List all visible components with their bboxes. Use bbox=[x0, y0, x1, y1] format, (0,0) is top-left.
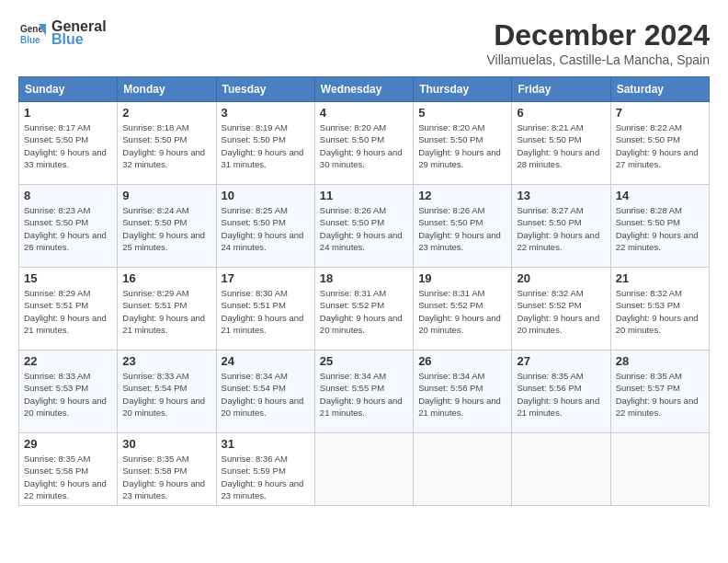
day-number: 3 bbox=[222, 106, 310, 120]
day-info: Sunrise: 8:36 AMSunset: 5:59 PMDaylight:… bbox=[222, 453, 310, 501]
calendar-cell: 2Sunrise: 8:18 AMSunset: 5:50 PMDaylight… bbox=[118, 102, 216, 185]
calendar-cell: 19Sunrise: 8:31 AMSunset: 5:52 PMDayligh… bbox=[414, 268, 512, 350]
day-info: Sunrise: 8:28 AMSunset: 5:50 PMDaylight:… bbox=[616, 204, 704, 253]
day-info: Sunrise: 8:27 AMSunset: 5:50 PMDaylight:… bbox=[517, 204, 605, 253]
day-info: Sunrise: 8:32 AMSunset: 5:52 PMDaylight:… bbox=[517, 287, 605, 336]
svg-text:Blue: Blue bbox=[20, 35, 40, 45]
weekday-header-row: SundayMondayTuesdayWednesdayThursdayFrid… bbox=[19, 77, 710, 102]
logo-icon: General Blue bbox=[18, 19, 46, 47]
calendar-week-row: 22Sunrise: 8:33 AMSunset: 5:53 PMDayligh… bbox=[19, 350, 710, 433]
calendar-week-row: 29Sunrise: 8:35 AMSunset: 5:58 PMDayligh… bbox=[19, 433, 710, 506]
calendar-cell: 12Sunrise: 8:26 AMSunset: 5:50 PMDayligh… bbox=[414, 185, 512, 268]
logo: General Blue General Blue bbox=[18, 18, 107, 48]
day-number: 7 bbox=[616, 106, 704, 120]
calendar-cell: 4Sunrise: 8:20 AMSunset: 5:50 PMDaylight… bbox=[314, 102, 413, 185]
day-info: Sunrise: 8:21 AMSunset: 5:50 PMDaylight:… bbox=[517, 121, 605, 170]
calendar-cell: 1Sunrise: 8:17 AMSunset: 5:50 PMDaylight… bbox=[19, 102, 118, 185]
day-number: 8 bbox=[24, 189, 112, 202]
calendar-week-row: 1Sunrise: 8:17 AMSunset: 5:50 PMDaylight… bbox=[19, 102, 710, 185]
day-info: Sunrise: 8:34 AMSunset: 5:54 PMDaylight:… bbox=[222, 370, 310, 419]
logo-line2: Blue bbox=[51, 31, 107, 48]
calendar-cell bbox=[314, 433, 413, 506]
day-number: 26 bbox=[418, 354, 506, 368]
day-number: 5 bbox=[418, 106, 506, 120]
day-number: 30 bbox=[122, 437, 210, 451]
calendar-cell: 23Sunrise: 8:33 AMSunset: 5:54 PMDayligh… bbox=[118, 350, 216, 433]
calendar-cell: 31Sunrise: 8:36 AMSunset: 5:59 PMDayligh… bbox=[216, 433, 314, 506]
day-number: 14 bbox=[616, 189, 704, 202]
day-info: Sunrise: 8:32 AMSunset: 5:53 PMDaylight:… bbox=[616, 287, 704, 336]
day-info: Sunrise: 8:35 AMSunset: 5:58 PMDaylight:… bbox=[24, 453, 112, 501]
day-info: Sunrise: 8:34 AMSunset: 5:55 PMDaylight:… bbox=[320, 370, 408, 419]
weekday-header-monday: Monday bbox=[118, 77, 216, 102]
day-number: 1 bbox=[24, 106, 112, 120]
day-info: Sunrise: 8:29 AMSunset: 5:51 PMDaylight:… bbox=[24, 287, 112, 336]
location: Villamuelas, Castille-La Mancha, Spain bbox=[486, 52, 710, 67]
calendar-cell: 21Sunrise: 8:32 AMSunset: 5:53 PMDayligh… bbox=[610, 268, 709, 350]
day-number: 18 bbox=[320, 271, 408, 285]
calendar-cell: 24Sunrise: 8:34 AMSunset: 5:54 PMDayligh… bbox=[216, 350, 314, 433]
day-number: 29 bbox=[24, 437, 112, 451]
calendar-table: SundayMondayTuesdayWednesdayThursdayFrid… bbox=[18, 76, 710, 506]
calendar-cell: 16Sunrise: 8:29 AMSunset: 5:51 PMDayligh… bbox=[118, 268, 216, 350]
day-info: Sunrise: 8:33 AMSunset: 5:53 PMDaylight:… bbox=[24, 370, 112, 419]
calendar-cell: 8Sunrise: 8:23 AMSunset: 5:50 PMDaylight… bbox=[19, 185, 118, 268]
calendar-week-row: 8Sunrise: 8:23 AMSunset: 5:50 PMDaylight… bbox=[19, 185, 710, 268]
calendar-cell bbox=[414, 433, 512, 506]
day-number: 17 bbox=[222, 271, 310, 285]
day-number: 11 bbox=[320, 189, 408, 202]
day-number: 22 bbox=[24, 354, 112, 368]
calendar-cell: 25Sunrise: 8:34 AMSunset: 5:55 PMDayligh… bbox=[314, 350, 413, 433]
weekday-header-friday: Friday bbox=[512, 77, 610, 102]
day-number: 24 bbox=[222, 354, 310, 368]
day-info: Sunrise: 8:29 AMSunset: 5:51 PMDaylight:… bbox=[122, 287, 210, 336]
day-number: 2 bbox=[122, 106, 210, 120]
day-info: Sunrise: 8:35 AMSunset: 5:58 PMDaylight:… bbox=[122, 453, 210, 501]
calendar-week-row: 15Sunrise: 8:29 AMSunset: 5:51 PMDayligh… bbox=[19, 268, 710, 350]
calendar-cell bbox=[610, 433, 709, 506]
calendar-cell: 7Sunrise: 8:22 AMSunset: 5:50 PMDaylight… bbox=[610, 102, 709, 185]
day-number: 12 bbox=[418, 189, 506, 202]
day-info: Sunrise: 8:35 AMSunset: 5:56 PMDaylight:… bbox=[517, 370, 605, 419]
day-number: 10 bbox=[222, 189, 310, 202]
day-info: Sunrise: 8:26 AMSunset: 5:50 PMDaylight:… bbox=[418, 204, 506, 253]
calendar-cell: 10Sunrise: 8:25 AMSunset: 5:50 PMDayligh… bbox=[216, 185, 314, 268]
day-number: 4 bbox=[320, 106, 408, 120]
weekday-header-wednesday: Wednesday bbox=[314, 77, 413, 102]
day-info: Sunrise: 8:18 AMSunset: 5:50 PMDaylight:… bbox=[122, 121, 210, 170]
day-number: 23 bbox=[122, 354, 210, 368]
day-info: Sunrise: 8:30 AMSunset: 5:51 PMDaylight:… bbox=[222, 287, 310, 336]
calendar-cell: 22Sunrise: 8:33 AMSunset: 5:53 PMDayligh… bbox=[19, 350, 118, 433]
calendar-cell: 11Sunrise: 8:26 AMSunset: 5:50 PMDayligh… bbox=[314, 185, 413, 268]
title-block: December 2024 Villamuelas, Castille-La M… bbox=[486, 18, 710, 67]
calendar-cell: 17Sunrise: 8:30 AMSunset: 5:51 PMDayligh… bbox=[216, 268, 314, 350]
month-title: December 2024 bbox=[486, 18, 710, 52]
weekday-header-sunday: Sunday bbox=[19, 77, 118, 102]
day-number: 25 bbox=[320, 354, 408, 368]
calendar-cell: 3Sunrise: 8:19 AMSunset: 5:50 PMDaylight… bbox=[216, 102, 314, 185]
day-info: Sunrise: 8:17 AMSunset: 5:50 PMDaylight:… bbox=[24, 121, 112, 170]
day-info: Sunrise: 8:31 AMSunset: 5:52 PMDaylight:… bbox=[320, 287, 408, 336]
day-info: Sunrise: 8:33 AMSunset: 5:54 PMDaylight:… bbox=[122, 370, 210, 419]
calendar-cell: 27Sunrise: 8:35 AMSunset: 5:56 PMDayligh… bbox=[512, 350, 610, 433]
day-info: Sunrise: 8:23 AMSunset: 5:50 PMDaylight:… bbox=[24, 204, 112, 253]
day-info: Sunrise: 8:22 AMSunset: 5:50 PMDaylight:… bbox=[616, 121, 704, 170]
day-info: Sunrise: 8:31 AMSunset: 5:52 PMDaylight:… bbox=[418, 287, 506, 336]
calendar-cell: 20Sunrise: 8:32 AMSunset: 5:52 PMDayligh… bbox=[512, 268, 610, 350]
day-info: Sunrise: 8:35 AMSunset: 5:57 PMDaylight:… bbox=[616, 370, 704, 419]
day-number: 13 bbox=[517, 189, 605, 202]
day-number: 6 bbox=[517, 106, 605, 120]
day-number: 16 bbox=[122, 271, 210, 285]
day-number: 19 bbox=[418, 271, 506, 285]
weekday-header-tuesday: Tuesday bbox=[216, 77, 314, 102]
calendar-cell: 30Sunrise: 8:35 AMSunset: 5:58 PMDayligh… bbox=[118, 433, 216, 506]
day-number: 28 bbox=[616, 354, 704, 368]
weekday-header-saturday: Saturday bbox=[610, 77, 709, 102]
weekday-header-thursday: Thursday bbox=[414, 77, 512, 102]
calendar-cell: 6Sunrise: 8:21 AMSunset: 5:50 PMDaylight… bbox=[512, 102, 610, 185]
day-number: 31 bbox=[222, 437, 310, 451]
page-header: General Blue General Blue December 2024 … bbox=[18, 18, 710, 67]
day-info: Sunrise: 8:26 AMSunset: 5:50 PMDaylight:… bbox=[320, 204, 408, 253]
day-info: Sunrise: 8:20 AMSunset: 5:50 PMDaylight:… bbox=[320, 121, 408, 170]
day-number: 9 bbox=[122, 189, 210, 202]
